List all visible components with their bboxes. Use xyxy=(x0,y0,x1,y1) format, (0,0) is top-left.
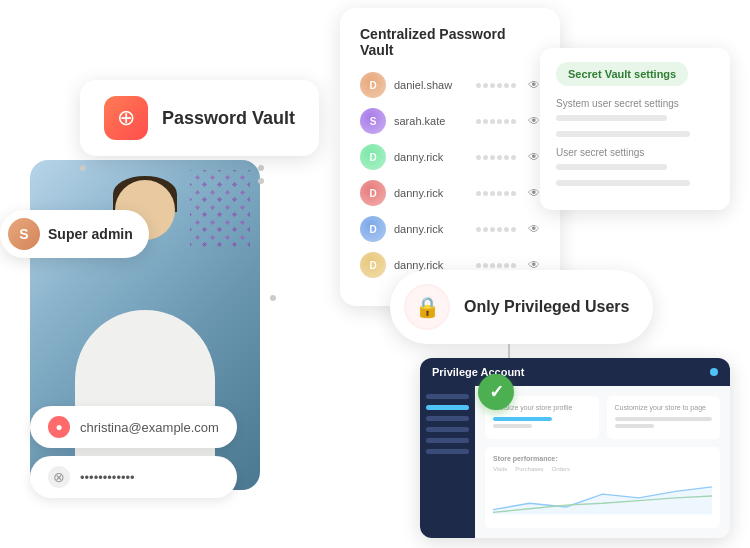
credentials-panel: ● christina@example.com ⊗ •••••••••••• xyxy=(30,406,237,498)
header-dot xyxy=(710,368,718,376)
top-content-section: Initialize your store profile Customize … xyxy=(485,396,720,439)
admin-avatar: S xyxy=(8,218,40,250)
eye-icon: 👁 xyxy=(528,150,540,164)
super-admin-badge: S Super admin xyxy=(0,210,149,258)
settings-bar-4 xyxy=(556,180,690,186)
password-dots xyxy=(476,227,516,232)
password-value: •••••••••••• xyxy=(80,470,135,485)
secret-vault-button[interactable]: Secret Vault settings xyxy=(556,62,688,86)
password-dots xyxy=(476,263,516,268)
deco-dot-2 xyxy=(258,178,264,184)
user-avatar: D xyxy=(360,180,386,206)
user-row: Ssarah.kate👁 xyxy=(360,108,540,134)
admin-label: Super admin xyxy=(48,226,133,242)
content-box-title-2: Customize your store to page xyxy=(615,404,713,411)
sidebar-bar-5 xyxy=(426,438,469,443)
chart-label-purchases: Purchases xyxy=(515,466,543,472)
password-icon: ⊗ xyxy=(48,466,70,488)
settings-bar-2 xyxy=(556,131,690,137)
vault-icon-wrap: ⊕ xyxy=(104,96,148,140)
secret-vault-card: Secret Vault settings System user secret… xyxy=(540,48,730,210)
privileged-title: Only Privileged Users xyxy=(464,298,629,316)
content-box-2: Customize your store to page xyxy=(607,396,721,439)
check-badge: ✓ xyxy=(478,374,514,410)
privilege-account-card: Privilege Account Initialize your store … xyxy=(420,358,730,538)
central-vault-card: Centralized Password Vault Ddaniel.shaw👁… xyxy=(340,8,560,306)
eye-icon: 👁 xyxy=(528,222,540,236)
chart-svg xyxy=(493,476,712,516)
mini-bar-2 xyxy=(493,424,532,428)
chart-area: Store performance: Visits Purchases Orde… xyxy=(485,447,720,528)
password-dots xyxy=(476,119,516,124)
sidebar-bar-4 xyxy=(426,427,469,432)
dashboard-content: Initialize your store profile Customize … xyxy=(475,386,730,538)
email-icon: ● xyxy=(48,416,70,438)
privileged-users-card: 🔒 Only Privileged Users xyxy=(390,270,653,344)
deco-dot-4 xyxy=(270,295,276,301)
password-vault-card: ⊕ Password Vault xyxy=(80,80,319,156)
privilege-icon-wrap: 🔒 xyxy=(404,284,450,330)
password-dots xyxy=(476,155,516,160)
user-name: danny.rick xyxy=(394,223,468,235)
user-avatar: S xyxy=(360,108,386,134)
eye-icon: 👁 xyxy=(528,114,540,128)
privilege-account-label: Privilege Account xyxy=(432,366,525,378)
svg-marker-0 xyxy=(493,487,712,514)
chart-labels: Visits Purchases Orders xyxy=(493,466,712,472)
vault-icon: ⊕ xyxy=(117,105,135,131)
privilege-account-body: Initialize your store profile Customize … xyxy=(420,386,730,538)
user-row: Ddanny.rick👁 xyxy=(360,216,540,242)
password-field: ⊗ •••••••••••• xyxy=(30,456,237,498)
privilege-account-header: Privilege Account xyxy=(420,358,730,386)
user-name: danny.rick xyxy=(394,151,468,163)
mini-bar-3 xyxy=(615,417,713,421)
lock-icon: 🔒 xyxy=(415,295,440,319)
user-name: sarah.kate xyxy=(394,115,468,127)
user-avatar: D xyxy=(360,216,386,242)
settings-bar-1 xyxy=(556,115,667,121)
eye-icon: 👁 xyxy=(528,186,540,200)
sidebar-bar-2 xyxy=(426,405,469,410)
eye-icon: 👁 xyxy=(528,78,540,92)
chart-title: Store performance: xyxy=(493,455,712,462)
mini-bar-1 xyxy=(493,417,552,421)
settings-label-2: User secret settings xyxy=(556,147,714,158)
user-name: danny.rick xyxy=(394,187,468,199)
settings-bar-3 xyxy=(556,164,667,170)
email-value: christina@example.com xyxy=(80,420,219,435)
mini-bar-4 xyxy=(615,424,654,428)
deco-dot-3 xyxy=(80,165,86,171)
user-name: daniel.shaw xyxy=(394,79,468,91)
sidebar-bar-6 xyxy=(426,449,469,454)
deco-dot-1 xyxy=(258,165,264,171)
email-field: ● christina@example.com xyxy=(30,406,237,448)
settings-label-1: System user secret settings xyxy=(556,98,714,109)
user-avatar: D xyxy=(360,144,386,170)
user-avatar: D xyxy=(360,72,386,98)
central-vault-title: Centralized Password Vault xyxy=(360,26,540,58)
chart-label-orders: Orders xyxy=(552,466,570,472)
user-row: Ddanny.rick👁 xyxy=(360,180,540,206)
sidebar-bar-1 xyxy=(426,394,469,399)
user-row: Ddanny.rick👁 xyxy=(360,144,540,170)
vault-title: Password Vault xyxy=(162,108,295,129)
flowers-decoration xyxy=(190,170,250,250)
chart-label-visits: Visits xyxy=(493,466,507,472)
password-dots xyxy=(476,83,516,88)
user-rows: Ddaniel.shaw👁Ssarah.kate👁Ddanny.rick👁Dda… xyxy=(360,72,540,278)
password-dots xyxy=(476,191,516,196)
user-avatar: D xyxy=(360,252,386,278)
sidebar-bar-3 xyxy=(426,416,469,421)
user-row: Ddaniel.shaw👁 xyxy=(360,72,540,98)
dashboard-sidebar xyxy=(420,386,475,538)
